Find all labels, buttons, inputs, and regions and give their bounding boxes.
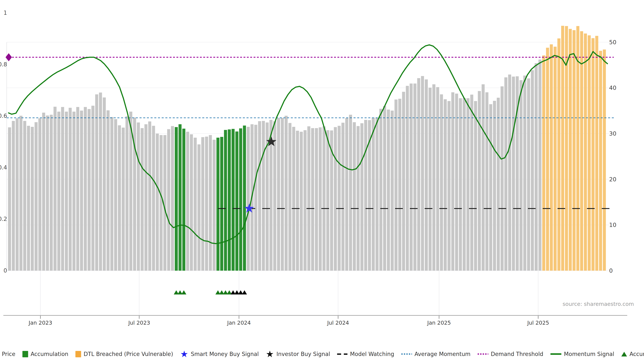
bar-close-price[interactable] [167, 129, 170, 271]
bar-close-price[interactable] [137, 122, 140, 271]
bar-accumulation[interactable] [232, 129, 234, 271]
bar-close-price[interactable] [72, 112, 76, 271]
bar-close-price[interactable] [20, 116, 22, 271]
bar-close-price[interactable] [334, 127, 337, 271]
bar-close-price[interactable] [201, 137, 204, 271]
bar-close-price[interactable] [387, 110, 390, 271]
bar-close-price[interactable] [156, 134, 159, 271]
bar-close-price[interactable] [455, 93, 458, 271]
legend-item-average-momentum[interactable]: Average Momentum [401, 351, 470, 357]
bar-close-price[interactable] [23, 121, 26, 271]
bar-close-price[interactable] [258, 121, 261, 271]
bar-dtl-breached[interactable] [599, 51, 602, 271]
bar-close-price[interactable] [65, 112, 68, 271]
bar-close-price[interactable] [497, 98, 500, 271]
bar-close-price[interactable] [406, 86, 409, 271]
bar-close-price[interactable] [372, 117, 375, 271]
bar-accumulation[interactable] [243, 125, 246, 271]
bar-accumulation[interactable] [228, 129, 231, 271]
bar-close-price[interactable] [31, 127, 34, 271]
bar-close-price[interactable] [68, 108, 72, 271]
demand-threshold-diamond[interactable] [6, 53, 12, 61]
legend-item-momentum-signal[interactable]: Momentum Signal [550, 351, 614, 357]
bar-close-price[interactable] [531, 70, 534, 271]
legend-item-accumulation[interactable]: Accumulation [22, 351, 68, 357]
bar-close-price[interactable] [466, 98, 470, 271]
bar-close-price[interactable] [106, 110, 110, 271]
bar-dtl-breached[interactable] [546, 48, 549, 271]
bar-close-price[interactable] [292, 127, 295, 271]
bar-close-price[interactable] [493, 101, 496, 271]
bar-close-price[interactable] [527, 78, 530, 271]
bar-close-price[interactable] [92, 106, 94, 271]
bar-close-price[interactable] [198, 144, 200, 271]
bar-close-price[interactable] [171, 126, 174, 271]
bar-close-price[interactable] [402, 92, 405, 271]
bar-close-price[interactable] [194, 138, 197, 271]
bar-close-price[interactable] [205, 137, 208, 271]
bar-close-price[interactable] [383, 106, 386, 271]
bar-accumulation[interactable] [220, 137, 223, 271]
bar-close-price[interactable] [432, 84, 435, 271]
bar-close-price[interactable] [308, 126, 310, 271]
bar-close-price[interactable] [281, 118, 284, 271]
bar-close-price[interactable] [247, 127, 250, 271]
bar-close-price[interactable] [114, 119, 117, 271]
bar-close-price[interactable] [504, 77, 507, 271]
bar-dtl-breached[interactable] [558, 38, 560, 271]
bar-close-price[interactable] [103, 97, 106, 271]
bar-dtl-breached[interactable] [580, 31, 583, 271]
bar-close-price[interactable] [296, 131, 299, 271]
legend-item-smart-money-buy-signal[interactable]: ★Smart Money Buy Signal [180, 351, 259, 357]
bar-close-price[interactable] [126, 116, 128, 271]
bar-close-price[interactable] [448, 101, 450, 271]
investor-triangle[interactable] [242, 290, 247, 295]
legend-item-close-price[interactable]: Close Price [0, 351, 16, 357]
bar-close-price[interactable] [349, 115, 352, 271]
bar-close-price[interactable] [451, 92, 454, 271]
bar-close-price[interactable] [16, 118, 18, 271]
bar-close-price[interactable] [122, 128, 125, 271]
bar-close-price[interactable] [209, 135, 212, 271]
bar-close-price[interactable] [394, 99, 398, 271]
bar-close-price[interactable] [489, 104, 492, 271]
bar-close-price[interactable] [360, 123, 364, 271]
bar-close-price[interactable] [57, 112, 60, 271]
bar-accumulation[interactable] [182, 129, 185, 271]
bar-close-price[interactable] [364, 120, 367, 271]
bar-dtl-breached[interactable] [588, 35, 591, 271]
bar-close-price[interactable] [95, 94, 98, 271]
bar-dtl-breached[interactable] [561, 26, 564, 271]
bar-dtl-breached[interactable] [603, 49, 606, 271]
bar-close-price[interactable] [110, 117, 113, 271]
bar-close-price[interactable] [379, 109, 382, 271]
legend-item-dtl-breached-price-vulnerable[interactable]: DTL Breached (Price Vulnerable) [75, 351, 173, 357]
bar-dtl-breached[interactable] [584, 33, 587, 271]
bar-close-price[interactable] [459, 98, 462, 271]
bar-close-price[interactable] [440, 94, 443, 271]
bar-close-price[interactable] [482, 84, 485, 271]
bar-close-price[interactable] [523, 76, 526, 271]
bar-close-price[interactable] [353, 122, 356, 271]
bar-close-price[interactable] [508, 75, 511, 271]
bar-close-price[interactable] [46, 115, 49, 271]
bar-close-price[interactable] [80, 111, 83, 271]
bar-close-price[interactable] [277, 118, 280, 271]
bar-close-price[interactable] [152, 126, 155, 271]
bar-close-price[interactable] [38, 118, 42, 271]
bar-close-price[interactable] [288, 123, 292, 271]
bar-close-price[interactable] [160, 135, 163, 271]
bar-close-price[interactable] [141, 128, 144, 271]
bar-dtl-breached[interactable] [572, 30, 576, 271]
bar-close-price[interactable] [148, 121, 151, 271]
bar-close-price[interactable] [398, 99, 401, 271]
bar-accumulation[interactable] [224, 130, 227, 271]
bar-close-price[interactable] [463, 98, 466, 271]
bar-close-price[interactable] [444, 99, 447, 271]
legend-item-demand-threshold[interactable]: Demand Threshold [478, 351, 543, 357]
bar-close-price[interactable] [535, 63, 538, 271]
bar-close-price[interactable] [144, 124, 148, 271]
bar-close-price[interactable] [538, 59, 542, 271]
bar-close-price[interactable] [429, 88, 432, 271]
bar-dtl-breached[interactable] [595, 36, 598, 271]
